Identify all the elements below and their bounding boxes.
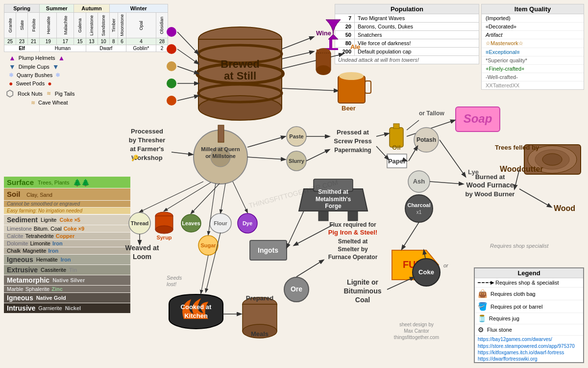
svg-point-5 xyxy=(198,84,282,102)
seasons-table-wrap: Spring Summer Autumn Winter Granite Slat… xyxy=(4,4,168,106)
svg-point-75 xyxy=(542,154,562,165)
pop-row-80: 80 Vile force of darkness! xyxy=(335,39,479,48)
svg-text:Lignite or: Lignite or xyxy=(347,278,378,286)
pop-row-200: 200 Default population cap xyxy=(335,48,479,56)
svg-point-91 xyxy=(198,236,218,255)
svg-text:Metalsmith's: Metalsmith's xyxy=(316,196,351,203)
svg-rect-82 xyxy=(155,216,173,230)
svg-point-14 xyxy=(167,44,176,54)
svg-point-25 xyxy=(316,65,331,75)
marble-row: Marble Sphalerite Zinc xyxy=(4,286,130,292)
legend-item-pot: 🪣 Requires pot or barrel xyxy=(475,300,583,313)
igneous-row: Igneous Hematite Iron xyxy=(4,255,130,264)
svg-point-13 xyxy=(167,27,176,37)
svg-text:thingsfittogether.com: thingsfittogether.com xyxy=(394,335,439,340)
svg-text:Thread: Thread xyxy=(131,220,149,226)
terrain-note2: Easy farming: No irrigation needed xyxy=(4,208,130,214)
svg-point-66 xyxy=(405,195,433,222)
seasons-header-winter: Winter xyxy=(109,4,168,13)
svg-point-4 xyxy=(197,64,283,83)
svg-point-85 xyxy=(181,214,201,232)
quality-item-tattered: XXTatteredXX xyxy=(482,81,584,89)
human-label: Human xyxy=(40,45,86,52)
elf-label: Elf xyxy=(4,45,40,52)
mineral-sandstone: Sandstone xyxy=(98,13,109,38)
svg-point-64 xyxy=(408,171,430,192)
svg-text:Wine: Wine xyxy=(316,29,331,37)
svg-point-89 xyxy=(238,213,257,233)
svg-text:Forge: Forge xyxy=(325,203,342,210)
svg-line-12 xyxy=(177,96,198,101)
svg-point-102 xyxy=(243,324,277,338)
legend-item-specialist: ▶ Requires shop & specialist xyxy=(475,278,583,288)
pop-row-20: 20 Barons, Counts, Dukes xyxy=(335,23,479,31)
svg-text:Pig Iron & Steel!: Pig Iron & Steel! xyxy=(328,229,377,236)
svg-point-83 xyxy=(155,226,173,234)
svg-text:Ash: Ash xyxy=(413,178,425,185)
mineral-moonstone: Moonstone xyxy=(118,13,126,38)
svg-point-42 xyxy=(287,151,306,171)
svg-text:Wood: Wood xyxy=(554,204,575,212)
soil-label: Soil xyxy=(7,190,21,198)
svg-point-97 xyxy=(169,309,223,329)
svg-text:Potash: Potash xyxy=(416,136,436,143)
pig-tails-label: Pig Tails xyxy=(55,91,75,97)
svg-text:sheet design by: sheet design by xyxy=(399,322,434,327)
terrain-note1: Cannot be smoothed or engraved xyxy=(4,201,130,207)
svg-text:Smelted at: Smelted at xyxy=(338,238,368,245)
svg-text:🔑: 🔑 xyxy=(131,154,139,161)
svg-point-3 xyxy=(198,45,282,63)
soil-items: Clay, Sand xyxy=(26,192,52,198)
calcite-row: Calcite Tetrahedrite Copper xyxy=(4,233,130,239)
quality-item-well: -Well-crafted- xyxy=(482,73,584,81)
surface-row: Surface Trees, Plants 🌲🌲 xyxy=(4,177,130,188)
svg-text:Smithed at: Smithed at xyxy=(318,188,348,195)
svg-point-31 xyxy=(211,147,230,167)
igneous2-row: Igneous Native Gold xyxy=(4,293,130,303)
svg-point-17 xyxy=(167,96,176,105)
legend-link-1: https://bay12games.com/dwarves/ xyxy=(475,336,583,343)
svg-text:Requires shop specialist: Requires shop specialist xyxy=(490,243,549,249)
population-table-wrap: Population 7 Two Migrant Waves 20 Barons… xyxy=(335,4,479,64)
svg-text:Furnace Operator: Furnace Operator xyxy=(328,254,378,261)
mineral-hematite: Hematite xyxy=(40,13,57,38)
svg-rect-53 xyxy=(456,107,500,131)
svg-text:Cooked at: Cooked at xyxy=(181,303,212,311)
svg-point-22 xyxy=(339,72,364,80)
svg-text:Rum: Rum xyxy=(316,48,330,55)
mineral-limestone: Limestone xyxy=(86,13,98,38)
pop-row-50: 50 Snatchers xyxy=(335,31,479,39)
svg-line-9 xyxy=(177,49,198,64)
legend-item-jug: 🫙 Requires jug xyxy=(475,313,583,324)
svg-text:Loom: Loom xyxy=(133,253,151,261)
quarry-row: ❄ Quarry Bushes ❄ xyxy=(4,72,168,79)
legend-link-3: https://kitfoxgames.itch.io/dwarf-fortre… xyxy=(475,349,583,356)
legend-item-cloth: 👜 Requires cloth bag xyxy=(475,288,583,300)
quality-item-artifact: Artifact xyxy=(482,31,584,39)
svg-rect-60 xyxy=(348,211,358,221)
svg-text:Flux required for: Flux required for xyxy=(329,221,376,228)
svg-text:Coke: Coke xyxy=(418,268,434,276)
svg-text:Kitchen: Kitchen xyxy=(184,312,208,319)
svg-rect-58 xyxy=(314,179,353,191)
sediment-row: Sediment Lignite Coke ×5 xyxy=(4,215,130,225)
svg-text:by Thresher: by Thresher xyxy=(129,136,165,144)
chalk-row: Chalk Magnetite Iron xyxy=(4,247,130,254)
seasons-header-autumn: Autumn xyxy=(74,4,109,13)
quality-item-imported: (Imported) xyxy=(482,14,584,23)
quarry-label: Quarry Bushes xyxy=(17,72,52,78)
svg-text:or: or xyxy=(443,263,449,268)
svg-text:Workshop: Workshop xyxy=(131,154,162,161)
svg-text:Beer: Beer xyxy=(342,105,356,112)
svg-text:Paste: Paste xyxy=(289,133,303,139)
seasons-header-summer: Summer xyxy=(40,4,74,13)
mineral-timber: Timber xyxy=(109,13,118,38)
dwarf-label: Dwarf xyxy=(86,45,126,52)
svg-text:Leaves: Leaves xyxy=(182,220,200,226)
extrusive-row: Extrusive Cassiterite Tin xyxy=(4,265,130,275)
svg-rect-1 xyxy=(198,39,282,108)
rock-nuts-label: Rock Nuts xyxy=(18,91,43,97)
mineral-galena: Galena xyxy=(74,13,86,38)
svg-text:Bituminous: Bituminous xyxy=(344,287,382,295)
mineral-obsidian: Obsidian xyxy=(156,13,168,38)
